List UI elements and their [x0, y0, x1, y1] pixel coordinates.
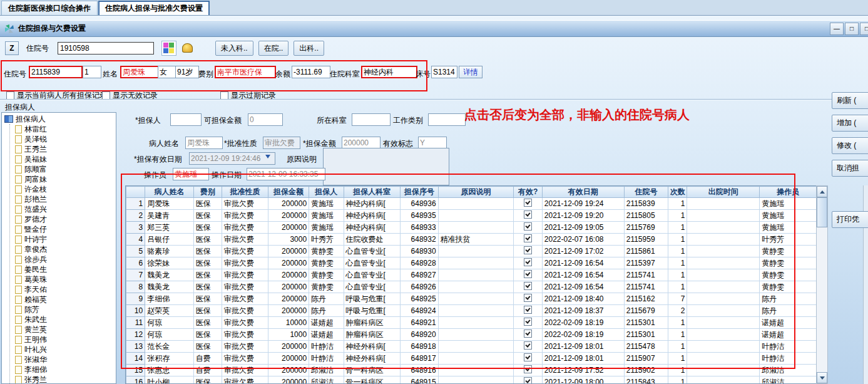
reason-textarea[interactable] — [323, 148, 449, 185]
tree-item[interactable]: 许金枝 — [10, 184, 116, 194]
tree-root[interactable]: 担保病人 — [4, 114, 116, 124]
table-row[interactable]: 2吴建青医保审批欠费200000黄施瑶神经内科病[6489352021-12-0… — [126, 210, 817, 222]
tree-item[interactable]: 姜民生 — [10, 264, 116, 274]
z-button[interactable]: Z — [5, 41, 19, 55]
valid-checkbox[interactable] — [524, 377, 532, 384]
print-voucher-button[interactable]: 打印凭 — [832, 211, 868, 228]
table-row[interactable]: 13范长金医保审批欠费200000叶静洁神经外科病[6489182021-12-… — [126, 341, 817, 353]
ward-input[interactable] — [361, 66, 417, 78]
valid-date-input[interactable] — [189, 152, 275, 165]
valid-checkbox[interactable] — [524, 210, 532, 219]
tree-item[interactable]: 李天佑 — [10, 284, 116, 294]
scroll-down-icon[interactable] — [817, 372, 827, 383]
patient-age-input[interactable] — [175, 66, 199, 78]
table-row[interactable]: 11何琼医保审批欠费10000谌婧超肿瘤科病区6489212022-02-09 … — [126, 317, 817, 329]
valid-checkbox[interactable] — [524, 270, 532, 278]
tab-2[interactable]: 住院病人担保与批准欠费设置 — [98, 1, 210, 15]
tree-item[interactable]: 陈顺富 — [10, 164, 116, 174]
op-date-input[interactable] — [247, 168, 325, 180]
tree-item[interactable]: 朱武生 — [10, 314, 116, 324]
column-header[interactable]: 担保金额 — [268, 187, 309, 198]
cancel-guarantee-button[interactable]: 取消担 — [832, 160, 868, 177]
patient-name-input[interactable] — [120, 66, 159, 78]
table-row[interactable]: 1周爱珠医保审批欠费200000黄施瑶神经内科病[6489362021-12-0… — [126, 198, 817, 210]
bell-icon[interactable] — [180, 41, 194, 55]
tree-item[interactable]: 吴福妹 — [10, 154, 116, 164]
table-icon[interactable] — [161, 41, 176, 56]
column-header[interactable]: 原因说明 — [438, 187, 514, 198]
column-header[interactable]: 担保人 — [309, 187, 344, 198]
table-row[interactable]: 14张积存自费审批欠费200000叶静洁神经外科病[6489172021-12-… — [126, 353, 817, 365]
valid-checkbox[interactable] — [524, 258, 532, 266]
date-dropdown-icon[interactable] — [265, 155, 270, 158]
column-header[interactable]: 费别 — [193, 187, 222, 198]
tree-item[interactable]: 周富妹 — [10, 174, 116, 184]
table-row[interactable]: 16叶小柳医保审批欠费200000邱淑洁骨一科病区6489152021-12-0… — [126, 376, 817, 384]
table-scrollbar[interactable] — [816, 185, 828, 384]
detail-button[interactable]: 详情 — [459, 66, 483, 78]
column-header[interactable]: 住院号 — [624, 187, 668, 198]
valid-checkbox[interactable] — [524, 318, 532, 326]
table-row[interactable]: 3郑三英医保审批欠费200000黄施瑶神经内科病[6489332021-12-0… — [126, 222, 817, 234]
guarantee-amount-input[interactable] — [342, 137, 380, 149]
tree-item[interactable]: 范盛兴 — [10, 204, 116, 214]
valid-checkbox[interactable] — [524, 306, 532, 314]
scroll-up-icon[interactable] — [817, 186, 827, 197]
patient-admission-input[interactable] — [29, 66, 83, 78]
tree-item[interactable]: 黄兰英 — [10, 324, 116, 335]
valid-checkbox[interactable] — [524, 222, 532, 231]
valid-checkbox[interactable] — [524, 234, 532, 242]
tree-item[interactable]: 徐步兵 — [10, 254, 116, 264]
column-header[interactable]: 有效? — [514, 187, 542, 198]
column-header[interactable]: 次数 — [668, 187, 687, 198]
guarantor-input[interactable] — [170, 113, 202, 126]
tree-item[interactable]: 张淑华 — [10, 355, 116, 365]
column-header[interactable]: 操作员 — [760, 187, 817, 198]
bed-input[interactable] — [431, 66, 457, 78]
limit-input[interactable] — [248, 113, 283, 126]
approve-nature-input[interactable] — [263, 137, 300, 149]
valid-checkbox[interactable] — [524, 353, 532, 361]
table-row[interactable]: 4吕银仔医保审批欠费3000叶秀芳住院收费处648932精准扶贫2022-02-… — [126, 234, 817, 246]
column-header[interactable]: 担保人科室 — [344, 187, 401, 198]
tree-item[interactable]: 罗德才 — [10, 214, 116, 224]
column-header[interactable]: 出院时间 — [687, 187, 760, 198]
tree-item[interactable]: 赖福英 — [10, 294, 116, 304]
valid-flag-input[interactable] — [418, 137, 447, 149]
table-row[interactable]: 7魏美龙医保审批欠费200000黄静雯心血管专业[6489272021-12-0… — [126, 269, 817, 281]
valid-checkbox[interactable] — [524, 294, 532, 302]
table-row[interactable]: 5骆素珍医保审批欠费200000黄静雯心血管专业[6489302021-12-0… — [126, 246, 817, 257]
table-row[interactable]: 8魏美龙医保审批欠费200000黄静雯心血管专业[6489262021-12-0… — [126, 281, 817, 293]
tree-item[interactable]: 葛美珠 — [10, 274, 116, 284]
tree-item[interactable]: 陈芳 — [10, 304, 116, 314]
not-admitted-button[interactable]: 未入科.. — [215, 41, 253, 56]
patient-gender-input[interactable] — [158, 66, 176, 78]
patient-name-form-input[interactable] — [185, 137, 223, 149]
column-header[interactable]: 有效日期 — [542, 187, 624, 198]
tree-item[interactable]: 李细俤 — [10, 365, 116, 375]
valid-checkbox[interactable] — [524, 246, 532, 254]
modify-button[interactable]: 修改 ( — [832, 137, 868, 154]
tree-item[interactable]: 暨金仔 — [10, 224, 116, 234]
column-header[interactable]: 担保序号 — [401, 187, 438, 198]
tree-item[interactable]: 王明伟 — [10, 335, 116, 345]
table-row[interactable]: 15张惠忠自费审批欠费200000邱淑洁骨一科病区6489162021-12-0… — [126, 365, 817, 376]
tree-item[interactable]: 林雷红 — [10, 124, 116, 134]
scrollbar-thumb[interactable] — [817, 197, 827, 227]
valid-checkbox[interactable] — [524, 330, 532, 338]
discharged-button[interactable]: 出科.. — [294, 41, 324, 56]
fee-type-input[interactable] — [215, 66, 276, 78]
operator-input[interactable] — [173, 168, 209, 180]
tree-item[interactable]: 彭艳兰 — [10, 194, 116, 204]
tree-item[interactable]: 叶礼兴 — [10, 345, 116, 355]
column-header[interactable]: 病人姓名 — [145, 187, 194, 198]
valid-checkbox[interactable] — [524, 341, 532, 350]
refresh-button[interactable]: 刷新 ( — [832, 92, 868, 109]
table-row[interactable]: 12何琼医保审批欠费1000谌婧超肿瘤科病区6489202022-02-09 1… — [126, 329, 817, 341]
table-row[interactable]: 10赵荣英医保审批欠费200000陈丹呼吸与危重[6489242021-12-0… — [126, 305, 817, 317]
table-row[interactable]: 6徐荣妹医保审批欠费200000黄静雯心血管专业[6489282021-12-0… — [126, 257, 817, 269]
patient-subno-input[interactable] — [83, 66, 101, 78]
tab-1[interactable]: 住院新医保接口综合操作 — [1, 1, 98, 15]
tree-item[interactable]: 吴泽锐 — [10, 134, 116, 144]
tree-item[interactable]: 叶诗宇 — [10, 234, 116, 244]
